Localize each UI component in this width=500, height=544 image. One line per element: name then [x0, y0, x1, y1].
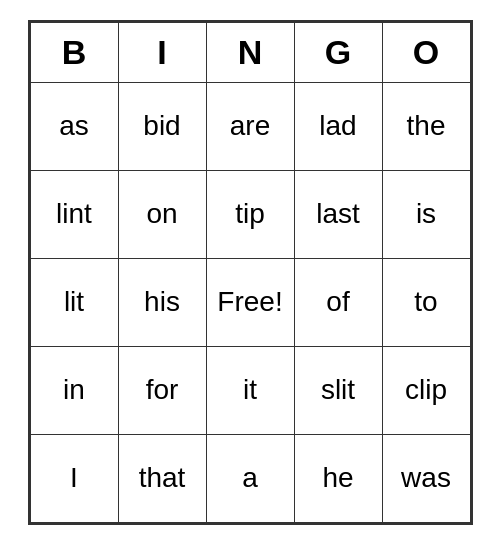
- header-o: O: [382, 22, 470, 82]
- table-row: I that a he was: [30, 434, 470, 522]
- cell-1-0: lint: [30, 170, 118, 258]
- cell-3-3: slit: [294, 346, 382, 434]
- cell-0-2: are: [206, 82, 294, 170]
- cell-1-4: is: [382, 170, 470, 258]
- cell-3-2: it: [206, 346, 294, 434]
- cell-3-0: in: [30, 346, 118, 434]
- cell-0-3: lad: [294, 82, 382, 170]
- cell-0-1: bid: [118, 82, 206, 170]
- table-row: as bid are lad the: [30, 82, 470, 170]
- cell-0-4: the: [382, 82, 470, 170]
- cell-2-4: to: [382, 258, 470, 346]
- bingo-card: B I N G O as bid are lad the lint on tip…: [28, 20, 473, 525]
- header-i: I: [118, 22, 206, 82]
- table-row: lit his Free! of to: [30, 258, 470, 346]
- cell-2-1: his: [118, 258, 206, 346]
- header-n: N: [206, 22, 294, 82]
- table-row: lint on tip last is: [30, 170, 470, 258]
- cell-1-3: last: [294, 170, 382, 258]
- cell-4-1: that: [118, 434, 206, 522]
- cell-1-1: on: [118, 170, 206, 258]
- header-g: G: [294, 22, 382, 82]
- cell-4-0: I: [30, 434, 118, 522]
- cell-1-2: tip: [206, 170, 294, 258]
- cell-3-4: clip: [382, 346, 470, 434]
- cell-2-3: of: [294, 258, 382, 346]
- cell-2-2: Free!: [206, 258, 294, 346]
- header-row: B I N G O: [30, 22, 470, 82]
- table-row: in for it slit clip: [30, 346, 470, 434]
- cell-2-0: lit: [30, 258, 118, 346]
- cell-4-2: a: [206, 434, 294, 522]
- cell-4-3: he: [294, 434, 382, 522]
- header-b: B: [30, 22, 118, 82]
- cell-3-1: for: [118, 346, 206, 434]
- cell-0-0: as: [30, 82, 118, 170]
- bingo-table: B I N G O as bid are lad the lint on tip…: [30, 22, 471, 523]
- cell-4-4: was: [382, 434, 470, 522]
